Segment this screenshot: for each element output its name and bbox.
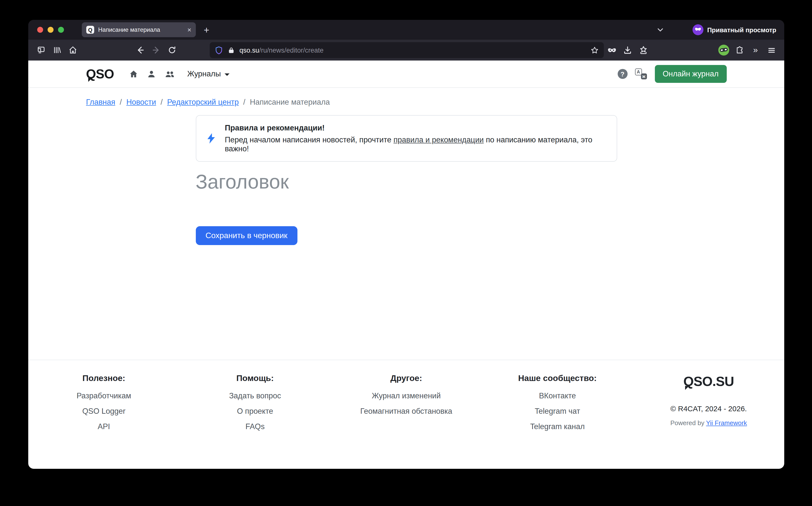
nav-home-icon[interactable] bbox=[129, 69, 138, 79]
reload-icon[interactable] bbox=[164, 43, 180, 57]
back-icon[interactable] bbox=[132, 43, 148, 57]
nav-journals-label: Журналы bbox=[187, 70, 221, 78]
footer-link[interactable]: Telegram канал bbox=[482, 422, 633, 432]
chevron-down-icon bbox=[224, 73, 229, 76]
bookmarks-tray-icon[interactable] bbox=[635, 43, 651, 57]
online-journal-button[interactable]: Онлайн журнал bbox=[654, 65, 726, 83]
footer-qso-logo: QSO.SU bbox=[683, 375, 734, 389]
desktop-background: Q Написание материала × + Приватный прос… bbox=[0, 0, 812, 506]
extension-avatar-icon[interactable] bbox=[716, 43, 732, 57]
tab-bar-right: Приватный просмотр bbox=[656, 24, 778, 35]
downloads-icon[interactable] bbox=[620, 43, 635, 57]
web-page: QSO Журналы ? bbox=[28, 61, 784, 469]
tab-close-icon[interactable]: × bbox=[187, 26, 191, 34]
nav-profile-icon[interactable] bbox=[147, 69, 156, 79]
footer-column-help: Помощь: Задать вопрос О проекте FAQs bbox=[180, 373, 331, 437]
footer-column-other: Другое: Журнал изменений Геомагнитная об… bbox=[331, 373, 482, 437]
rules-alert: Правила и рекомендации! Перед началом на… bbox=[196, 115, 617, 162]
breadcrumb: Главная / Новости / Редакторский центр /… bbox=[86, 98, 726, 107]
window-zoom-button[interactable] bbox=[58, 27, 64, 33]
window-close-button[interactable] bbox=[37, 27, 43, 33]
footer-link[interactable]: О проекте bbox=[180, 406, 331, 416]
footer-link[interactable]: Разработчикам bbox=[28, 391, 180, 401]
rules-link[interactable]: правила и рекомендации bbox=[394, 136, 484, 144]
footer-link[interactable]: ВКонтакте bbox=[482, 391, 633, 401]
url-domain: qso.su bbox=[239, 47, 259, 54]
footer-column-community: Наше сообщество: ВКонтакте Telegram чат … bbox=[482, 373, 633, 437]
mask-extension-icon[interactable] bbox=[604, 43, 620, 57]
tab-list-chevron-icon[interactable] bbox=[656, 26, 664, 33]
url-path: /ru/news/editor/create bbox=[259, 47, 324, 54]
title-input-placeholder[interactable]: Заголовок bbox=[196, 170, 617, 193]
footer-link[interactable]: API bbox=[28, 422, 180, 432]
tab-title: Написание материала bbox=[98, 26, 183, 33]
overflow-chevrons-icon[interactable]: » bbox=[747, 43, 764, 57]
url-text: qso.su/ru/news/editor/create bbox=[239, 47, 323, 54]
alert-title: Правила и рекомендации! bbox=[225, 123, 608, 133]
nav-users-icon[interactable] bbox=[165, 69, 175, 79]
extensions-puzzle-icon[interactable] bbox=[732, 43, 747, 57]
site-header: QSO Журналы ? bbox=[28, 61, 784, 88]
breadcrumb-home-link[interactable]: Главная bbox=[86, 98, 115, 107]
site-footer: Полезное: Разработчикам QSO Logger API П… bbox=[28, 360, 784, 469]
footer-column-brand: QSO.SU © R4CAT, 2024 - 2026. Powered by … bbox=[633, 373, 784, 437]
copyright-text: © R4CAT, 2024 - 2026. bbox=[633, 404, 784, 413]
tab-bar: Q Написание материала × + Приватный прос… bbox=[28, 20, 784, 40]
browser-window: Q Написание материала × + Приватный прос… bbox=[28, 20, 784, 469]
footer-link[interactable]: Геомагнитная обстановка bbox=[331, 406, 482, 416]
alert-body: Перед началом написания новостей, прочти… bbox=[225, 136, 608, 153]
browser-toolbar: qso.su/ru/news/editor/create » bbox=[28, 40, 784, 61]
save-draft-button[interactable]: Сохранить в черновик bbox=[196, 226, 297, 245]
footer-link[interactable]: Журнал изменений bbox=[331, 391, 482, 401]
footer-link[interactable]: Telegram чат bbox=[482, 406, 633, 416]
lightning-icon bbox=[205, 133, 217, 144]
powered-by: Powered by Yii Framework bbox=[633, 419, 784, 427]
menu-hamburger-icon[interactable] bbox=[764, 43, 779, 57]
footer-link[interactable]: Задать вопрос bbox=[180, 391, 331, 401]
new-tab-button[interactable]: + bbox=[204, 25, 209, 34]
logo-tail bbox=[685, 386, 689, 390]
private-browsing-label: Приватный просмотр bbox=[707, 26, 776, 33]
breadcrumb-current: Написание материала bbox=[250, 98, 330, 107]
yii-framework-link[interactable]: Yii Framework bbox=[706, 419, 747, 427]
qso-logo[interactable]: QSO bbox=[86, 68, 114, 80]
breadcrumb-editor-link[interactable]: Редакторский центр bbox=[167, 98, 239, 107]
help-icon[interactable]: ? bbox=[617, 69, 627, 79]
import-device-icon[interactable] bbox=[33, 43, 49, 57]
nav-journals-dropdown[interactable]: Журналы bbox=[187, 70, 229, 78]
breadcrumb-news-link[interactable]: Новости bbox=[126, 98, 156, 107]
site-favicon-icon: Q bbox=[86, 26, 94, 34]
translate-icon[interactable]: A ж bbox=[635, 69, 647, 79]
bookmark-star-icon[interactable] bbox=[590, 46, 599, 54]
footer-link[interactable]: QSO Logger bbox=[28, 406, 180, 416]
footer-link[interactable]: FAQs bbox=[180, 422, 331, 432]
browser-tab[interactable]: Q Написание материала × bbox=[82, 22, 196, 37]
window-minimize-button[interactable] bbox=[47, 27, 54, 33]
tracking-shield-icon[interactable] bbox=[215, 46, 223, 54]
private-browsing-mask-icon bbox=[692, 24, 703, 35]
library-icon[interactable] bbox=[49, 43, 65, 57]
forward-icon[interactable] bbox=[148, 43, 164, 57]
url-bar[interactable]: qso.su/ru/news/editor/create bbox=[210, 42, 604, 58]
footer-column-useful: Полезное: Разработчикам QSO Logger API bbox=[28, 373, 180, 437]
logo-tail bbox=[88, 78, 92, 82]
lock-icon[interactable] bbox=[227, 47, 235, 54]
window-controls bbox=[37, 27, 64, 33]
home-icon[interactable] bbox=[65, 43, 81, 57]
main-content: Главная / Новости / Редакторский центр /… bbox=[28, 88, 784, 360]
